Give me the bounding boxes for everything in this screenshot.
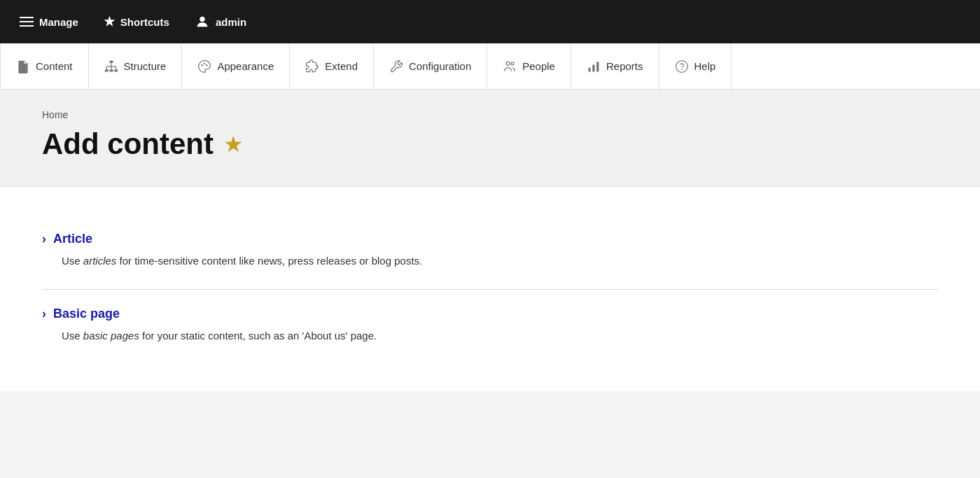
basic-page-chevron-icon: ›: [42, 307, 46, 321]
content-area: › Article Use articles for time-sensitiv…: [0, 187, 980, 391]
people-icon: [503, 59, 517, 73]
main-nav: Content Structure Appearance Exte: [0, 43, 980, 90]
nav-configuration-label: Configuration: [409, 60, 471, 72]
svg-rect-17: [596, 62, 598, 71]
svg-rect-15: [588, 67, 590, 71]
svg-point-0: [200, 17, 204, 22]
nav-item-people[interactable]: People: [487, 43, 571, 89]
appearance-icon: [197, 59, 211, 73]
svg-rect-3: [109, 69, 113, 71]
admin-bar: Manage ★ Shortcuts admin: [0, 0, 980, 43]
page-header: Home Add content ★: [0, 90, 980, 187]
nav-item-appearance[interactable]: Appearance: [182, 43, 290, 89]
structure-icon: [104, 59, 118, 73]
configuration-icon: [389, 59, 403, 73]
nav-people-label: People: [522, 60, 555, 72]
breadcrumb: Home: [42, 109, 938, 120]
star-shortcuts-icon: ★: [104, 14, 115, 29]
nav-item-content[interactable]: Content: [0, 43, 89, 89]
nav-item-reports[interactable]: Reports: [571, 43, 659, 89]
nav-item-configuration[interactable]: Configuration: [374, 43, 487, 89]
svg-rect-1: [109, 60, 113, 62]
page-title-row: Add content ★: [42, 127, 938, 161]
extend-icon: [305, 59, 319, 73]
basic-page-em: basic pages: [83, 330, 139, 342]
basic-page-description: Use basic pages for your static content,…: [62, 328, 938, 344]
svg-rect-4: [114, 69, 118, 71]
svg-rect-2: [104, 69, 108, 71]
nav-reports-label: Reports: [606, 60, 643, 72]
nav-item-help[interactable]: Help: [659, 43, 732, 89]
content-type-article: › Article Use articles for time-sensitiv…: [42, 215, 938, 290]
shortcut-star-icon[interactable]: ★: [223, 131, 244, 157]
article-description: Use articles for time-sensitive content …: [62, 253, 938, 269]
nav-extend-label: Extend: [325, 60, 358, 72]
svg-point-18: [676, 60, 687, 72]
admin-label: admin: [216, 16, 246, 28]
nav-item-extend[interactable]: Extend: [290, 43, 374, 89]
basic-page-link[interactable]: Basic page: [53, 307, 120, 321]
manage-button[interactable]: Manage: [7, 0, 91, 43]
article-link[interactable]: Article: [53, 232, 92, 246]
svg-rect-16: [592, 64, 594, 71]
user-icon: [195, 14, 210, 29]
reports-icon: [587, 59, 601, 73]
manage-label: Manage: [39, 16, 78, 28]
page-title: Add content: [42, 127, 214, 161]
nav-item-structure[interactable]: Structure: [89, 43, 183, 89]
nav-content-label: Content: [36, 60, 73, 72]
nav-appearance-label: Appearance: [217, 60, 274, 72]
article-link-row: › Article: [42, 232, 938, 246]
shortcuts-label: Shortcuts: [120, 16, 169, 28]
svg-point-10: [202, 64, 204, 66]
file-icon: [16, 59, 30, 73]
basic-page-link-row: › Basic page: [42, 307, 938, 321]
hamburger-icon: [20, 17, 34, 27]
svg-point-13: [506, 62, 510, 65]
article-chevron-icon: ›: [42, 232, 46, 246]
content-type-basic-page: › Basic page Use basic pages for your st…: [42, 290, 938, 364]
admin-user-button[interactable]: admin: [182, 0, 259, 43]
article-em: articles: [83, 255, 117, 267]
svg-point-14: [511, 62, 514, 64]
nav-structure-label: Structure: [124, 60, 167, 72]
breadcrumb-home[interactable]: Home: [42, 109, 68, 120]
help-icon: [675, 59, 689, 73]
nav-help-label: Help: [694, 60, 716, 72]
svg-point-11: [204, 62, 206, 64]
shortcuts-button[interactable]: ★ Shortcuts: [91, 0, 182, 43]
svg-point-12: [206, 64, 208, 66]
